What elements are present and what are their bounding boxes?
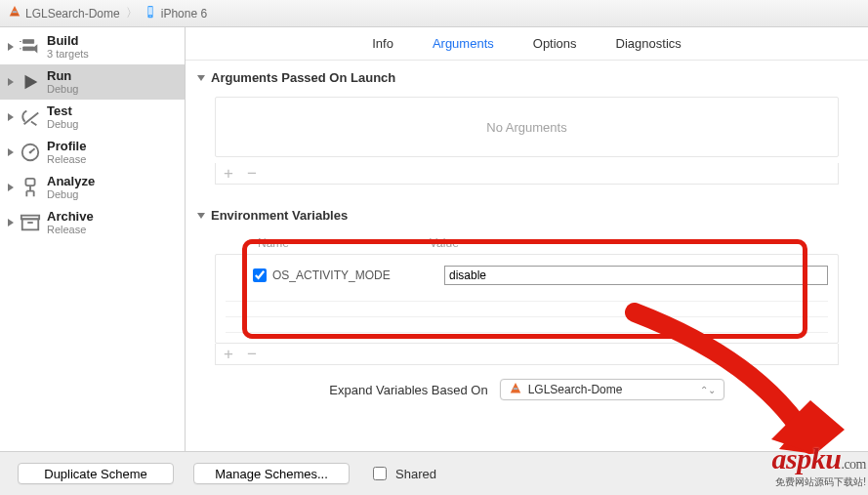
add-button[interactable]: + <box>224 346 233 362</box>
section-title: Environment Variables <box>211 208 348 223</box>
svg-rect-8 <box>21 216 39 220</box>
scheme-breadcrumb[interactable]: LGLSearch-Dome 〉 iPhone 6 <box>0 0 868 27</box>
svg-point-3 <box>149 16 150 17</box>
env-empty-rows <box>226 286 828 333</box>
scheme-phase-sidebar: Build 3 targets Run Debug Test Debug <box>0 27 186 451</box>
run-icon <box>20 71 41 93</box>
chevron-updown-icon: ⌃⌄ <box>700 385 716 395</box>
breadcrumb-app-label: LGLSearch-Dome <box>25 7 120 21</box>
arguments-add-remove: + − <box>215 163 839 185</box>
expand-variables-select[interactable]: LGLSearch-Dome ⌃⌄ <box>500 379 724 400</box>
disclosure-down-icon <box>197 213 205 219</box>
expand-variables-value: LGLSearch-Dome <box>528 383 623 396</box>
sidebar-item-analyze[interactable]: Analyze Debug <box>0 170 185 205</box>
build-icon <box>20 36 41 58</box>
sidebar-item-run[interactable]: Run Debug <box>0 64 185 100</box>
empty-placeholder: No Arguments <box>486 120 566 135</box>
expand-variables-row: Expand Variables Based On LGLSearch-Dome… <box>186 365 868 408</box>
sidebar-item-profile[interactable]: Profile Release <box>0 135 185 170</box>
sidebar-item-label: Profile <box>47 140 86 153</box>
section-title: Arguments Passed On Launch <box>211 70 395 85</box>
breadcrumb-target-label: iPhone 6 <box>161 7 207 21</box>
disclosure-icon <box>8 113 14 121</box>
svg-rect-7 <box>22 219 39 229</box>
sidebar-item-sublabel: Release <box>47 153 86 165</box>
svg-rect-9 <box>27 222 33 224</box>
env-variables-list: OS_ACTIVITY_MODE <box>215 254 839 344</box>
shared-label: Shared <box>395 467 436 481</box>
device-icon <box>144 5 157 21</box>
sidebar-item-label: Archive <box>47 210 94 224</box>
shared-checkbox[interactable] <box>373 467 387 480</box>
svg-rect-0 <box>12 15 19 16</box>
bottom-bar: Duplicate Scheme Manage Schemes... Share… <box>0 452 868 495</box>
tab-bar: Info Arguments Options Diagnostics <box>186 27 868 61</box>
section-env-header[interactable]: Environment Variables <box>186 198 868 228</box>
remove-button[interactable]: − <box>247 165 257 182</box>
main-content: Info Arguments Options Diagnostics Argum… <box>186 27 868 451</box>
env-variable-row[interactable]: OS_ACTIVITY_MODE <box>249 265 828 286</box>
tab-arguments[interactable]: Arguments <box>433 36 494 51</box>
sidebar-item-label: Build <box>47 34 89 48</box>
expand-variables-label: Expand Variables Based On <box>329 383 487 397</box>
remove-button[interactable]: − <box>247 346 257 362</box>
env-row-value-input[interactable] <box>444 266 828 285</box>
app-icon <box>8 5 21 21</box>
env-table-header: Name Value <box>215 232 839 254</box>
app-icon <box>509 382 522 398</box>
disclosure-down-icon <box>197 75 205 81</box>
sidebar-item-label: Run <box>47 69 78 83</box>
breadcrumb-target[interactable]: iPhone 6 <box>144 5 207 21</box>
archive-icon <box>20 212 41 233</box>
tab-options[interactable]: Options <box>533 36 577 51</box>
svg-rect-6 <box>25 179 34 186</box>
sidebar-item-sublabel: Debug <box>47 83 78 95</box>
col-header-name: Name <box>258 236 430 250</box>
sidebar-item-sublabel: Debug <box>47 118 78 130</box>
sidebar-item-sublabel: 3 targets <box>47 48 89 60</box>
shared-checkbox-wrap[interactable]: Shared <box>369 464 436 483</box>
add-button[interactable]: + <box>224 165 233 182</box>
profile-icon <box>20 142 41 163</box>
col-header-value: Value <box>430 236 839 250</box>
sidebar-item-sublabel: Debug <box>47 188 95 200</box>
env-row-checkbox[interactable] <box>253 268 267 282</box>
analyze-icon <box>20 177 41 198</box>
sidebar-item-label: Analyze <box>47 175 95 188</box>
disclosure-icon <box>8 219 14 227</box>
env-row-name[interactable]: OS_ACTIVITY_MODE <box>272 268 444 282</box>
breadcrumb-app[interactable]: LGLSearch-Dome <box>8 5 120 21</box>
arguments-list-empty: No Arguments <box>215 97 839 157</box>
disclosure-icon <box>8 184 14 191</box>
section-arguments-header[interactable]: Arguments Passed On Launch <box>186 61 868 91</box>
sidebar-item-label: Test <box>47 104 78 118</box>
svg-point-5 <box>29 151 32 154</box>
chevron-right-icon: 〉 <box>126 5 138 21</box>
sidebar-item-build[interactable]: Build 3 targets <box>0 29 185 64</box>
disclosure-icon <box>8 43 14 51</box>
env-add-remove: + − <box>215 344 839 365</box>
duplicate-scheme-button[interactable]: Duplicate Scheme <box>18 463 174 484</box>
tab-info[interactable]: Info <box>372 36 393 51</box>
test-icon <box>20 106 41 128</box>
tab-diagnostics[interactable]: Diagnostics <box>616 36 682 51</box>
svg-rect-2 <box>148 7 152 15</box>
sidebar-item-test[interactable]: Test Debug <box>0 100 185 135</box>
sidebar-item-archive[interactable]: Archive Release <box>0 205 185 240</box>
manage-schemes-button[interactable]: Manage Schemes... <box>193 463 350 484</box>
disclosure-icon <box>8 78 14 86</box>
sidebar-item-sublabel: Release <box>47 224 94 235</box>
disclosure-icon <box>8 148 14 156</box>
